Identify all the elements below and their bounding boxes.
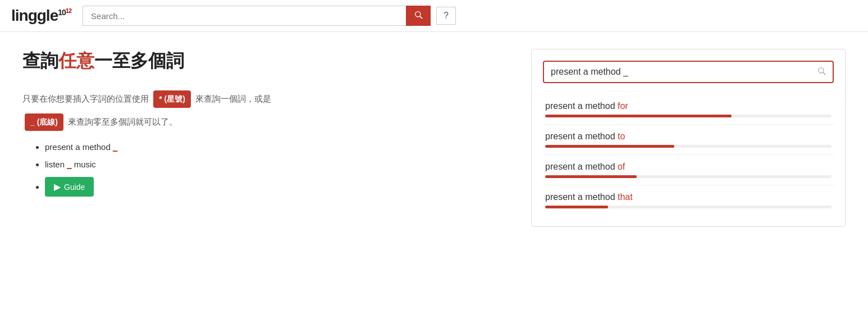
example-1-text: present a method [45, 142, 113, 152]
suggestion-highlight-0: for [618, 101, 628, 111]
usage-bar-0 [545, 115, 832, 117]
panel-search-icon [817, 66, 826, 78]
badge-underscore: _ (底線) [25, 113, 63, 131]
logo-sup-10: 10 [58, 8, 66, 17]
suggestion-base-2: present a method [545, 162, 618, 171]
main-container: 查詢任意一至多個詞 只要在你想要插入字詞的位置使用 * (星號) 來查詢一個詞，… [0, 32, 868, 244]
example-2-text: listen [45, 160, 67, 169]
desc-prefix: 只要在你想要插入字詞的位置使用 [22, 94, 149, 103]
logo-sup-12: 12 [66, 7, 71, 14]
logo: linggle1012 [11, 7, 71, 25]
desc-suffix: 來查詢一個詞，或是 [195, 94, 271, 103]
examples-list: present a method _ listen _ music ▶ Guid… [45, 142, 509, 197]
headline-highlight: 任意 [58, 51, 94, 71]
panel-search-bar [543, 61, 834, 83]
left-section: 查詢任意一至多個詞 只要在你想要插入字詞的位置使用 * (星號) 來查詢一個詞，… [22, 49, 509, 227]
usage-bar-fill-3 [545, 206, 608, 208]
help-button[interactable]: ? [436, 7, 456, 25]
usage-bar-3 [545, 206, 832, 208]
usage-bar-fill-0 [545, 115, 732, 117]
example-1-underscore: _ [113, 142, 117, 152]
suggestions-list: present a method forpresent a method top… [543, 94, 834, 215]
desc-line2-suffix: 來查詢零至多個詞就可以了。 [68, 117, 177, 126]
guide-button[interactable]: ▶ Guide [45, 177, 94, 197]
suggestion-highlight-2: of [618, 162, 625, 171]
badge-star: * (星號) [153, 90, 191, 108]
suggestion-item-1[interactable]: present a method to [543, 125, 834, 155]
suggestion-base-0: present a method [545, 101, 618, 111]
headline: 查詢任意一至多個詞 [22, 49, 509, 74]
description-line2: _ (底線) 來查詢零至多個詞就可以了。 [22, 113, 509, 131]
suggestion-base-1: present a method [545, 131, 618, 141]
usage-bar-1 [545, 145, 832, 148]
header-search-wrapper [83, 6, 431, 26]
usage-bar-fill-1 [545, 145, 674, 148]
headline-prefix: 查詢 [22, 51, 58, 71]
headline-suffix: 一至多個詞 [94, 51, 184, 71]
description-line1: 只要在你想要插入字詞的位置使用 * (星號) 來查詢一個詞，或是 [22, 90, 509, 108]
example-item-2: listen _ music [45, 160, 509, 169]
usage-bar-fill-2 [545, 175, 637, 178]
example-item-guide: ▶ Guide [45, 177, 509, 197]
suggestion-highlight-3: that [618, 192, 633, 202]
example-item-1: present a method _ [45, 142, 509, 152]
search-icon-panel [817, 66, 826, 75]
header-search-input[interactable] [83, 6, 406, 26]
guide-icon: ▶ [54, 181, 61, 192]
right-panel: present a method forpresent a method top… [531, 49, 846, 227]
suggestion-item-0[interactable]: present a method for [543, 94, 834, 125]
header-search-button[interactable] [406, 6, 431, 26]
svg-line-3 [823, 72, 825, 75]
search-icon [414, 10, 423, 19]
panel-search-input[interactable] [551, 67, 817, 77]
suggestion-item-2[interactable]: present a method of [543, 155, 834, 185]
example-2-underscore: _ [67, 160, 71, 169]
example-2-after: music [72, 160, 96, 169]
header: linggle1012 ? [0, 0, 868, 32]
usage-bar-2 [545, 175, 832, 178]
suggestion-highlight-1: to [618, 131, 625, 141]
suggestion-base-3: present a method [545, 192, 618, 202]
suggestion-item-3[interactable]: present a method that [543, 185, 834, 215]
guide-label: Guide [64, 183, 85, 192]
svg-line-1 [420, 16, 422, 19]
